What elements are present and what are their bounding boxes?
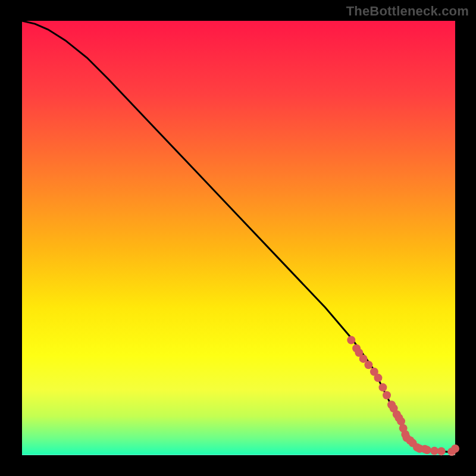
bottleneck-curve [22, 21, 455, 453]
data-marker [437, 447, 446, 455]
data-marker [383, 391, 391, 399]
data-marker [347, 336, 355, 345]
data-marker [451, 444, 459, 453]
data-marker [374, 374, 382, 382]
plot-area [21, 21, 455, 455]
watermark-text: TheBottleneck.com [346, 4, 469, 19]
data-marker [364, 361, 372, 369]
data-marker [423, 446, 431, 454]
chart-frame: TheBottleneck.com [0, 0, 476, 476]
data-marker [378, 383, 387, 392]
plot-overlay [22, 21, 455, 455]
